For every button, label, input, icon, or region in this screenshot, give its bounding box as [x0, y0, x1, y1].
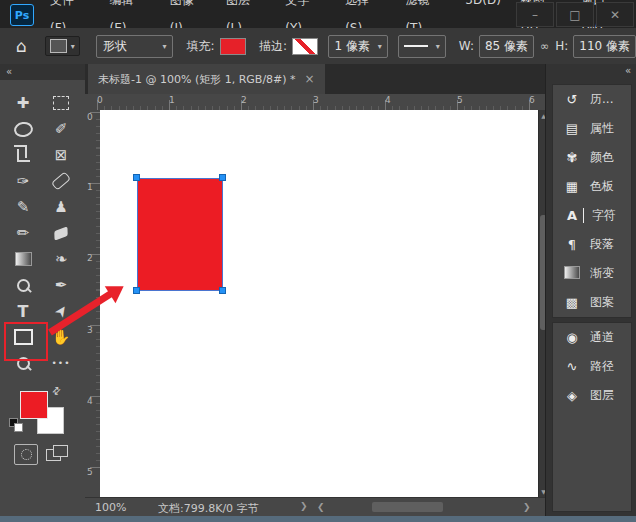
- history-brush-icon: ✏: [17, 224, 30, 242]
- solid-line-icon: [404, 45, 428, 47]
- shape-handle-top-right[interactable]: [219, 174, 226, 181]
- panel-item-channels[interactable]: ◉ 通道: [553, 323, 631, 352]
- collapse-panel-icon[interactable]: «: [625, 65, 631, 76]
- ruler-tick-label: 3: [87, 325, 93, 335]
- fill-label: 填充:: [186, 38, 214, 55]
- clone-stamp-icon: ♟: [54, 198, 67, 216]
- screen-mode-icon: [53, 445, 68, 457]
- swatches-icon: ▦: [562, 179, 582, 194]
- type-tool[interactable]: T: [4, 298, 42, 324]
- gradient-panel-icon: [564, 266, 580, 279]
- collapse-toolbar-icon[interactable]: «: [6, 66, 12, 77]
- quick-mask-button[interactable]: [14, 444, 38, 465]
- photoshop-app-icon: Ps: [10, 4, 34, 26]
- photoshop-window: { "window": { "app_icon": "Ps", "menu": …: [0, 0, 636, 522]
- eyedropper-tool[interactable]: ✑: [4, 168, 42, 194]
- shape-width-input[interactable]: 85 像素: [479, 35, 534, 58]
- shape-height-input[interactable]: 110 像素: [573, 35, 636, 58]
- smudge-tool[interactable]: ❧: [42, 246, 80, 272]
- panel-item-swatches[interactable]: ▦ 色板: [553, 172, 631, 201]
- panel-item-history[interactable]: ↺ 历...: [553, 85, 631, 114]
- document-tab[interactable]: 未标题-1 @ 100% (矩形 1, RGB/8#) * ×: [88, 64, 325, 94]
- close-tab-icon[interactable]: ×: [305, 72, 315, 86]
- type-icon: T: [18, 302, 29, 321]
- dodge-tool[interactable]: [4, 272, 42, 298]
- history-brush-tool[interactable]: ✏: [4, 220, 42, 246]
- scroll-right-icon[interactable]: ❯: [523, 502, 531, 512]
- close-button[interactable]: ✕: [596, 2, 634, 27]
- quick-mask-icon: [21, 449, 32, 460]
- panel-item-label: 渐变: [590, 265, 614, 282]
- minimize-button[interactable]: –: [516, 2, 554, 27]
- brush-tool[interactable]: ✎: [4, 194, 42, 220]
- default-colors-icon[interactable]: [9, 418, 23, 432]
- lasso-icon: [13, 120, 34, 137]
- red-rectangle-shape[interactable]: [137, 178, 223, 291]
- right-panel: « ↺ 历... ▤ 属性 ✾ 颜色 ▦ 色板 A 字符 ¶ 段落 渐变: [545, 64, 636, 516]
- gradient-tool[interactable]: [4, 246, 42, 272]
- pen-tool[interactable]: ✒: [42, 272, 80, 298]
- window-controls: – □ ✕: [514, 2, 634, 27]
- ruler-tick-label: 6: [529, 95, 535, 105]
- panel-item-properties[interactable]: ▤ 属性: [553, 114, 631, 143]
- chevron-down-icon: ▾: [378, 42, 382, 51]
- shape-width-value: 85 像素: [485, 38, 528, 55]
- lasso-tool[interactable]: [4, 116, 42, 142]
- stroke-color-swatch[interactable]: [292, 38, 318, 55]
- ruler-tick-label: 4: [385, 95, 391, 105]
- panel-item-color[interactable]: ✾ 颜色: [553, 143, 631, 172]
- character-icon: A: [562, 208, 584, 223]
- shape-mode-select[interactable]: 形状 ▾: [96, 35, 174, 58]
- maximize-button[interactable]: □: [556, 2, 594, 27]
- quick-select-tool[interactable]: ✐: [42, 116, 80, 142]
- ruler-tick-label: 2: [87, 253, 93, 263]
- scroll-left-icon[interactable]: ❮: [317, 502, 325, 512]
- panel-item-layers[interactable]: ◈ 图层: [553, 381, 631, 410]
- ruler-tick-label: 0: [97, 95, 103, 105]
- stroke-style-select[interactable]: ▾: [398, 35, 446, 58]
- status-bar: 100% 文档:799.8K/0 字节 ❯ ❮ ❯: [85, 497, 545, 517]
- pen-icon: ✒: [55, 276, 68, 294]
- crop-tool[interactable]: [4, 142, 42, 168]
- shape-handle-bottom-right[interactable]: [219, 287, 226, 294]
- stroke-width-select[interactable]: 1 像素 ▾: [328, 35, 387, 58]
- move-tool[interactable]: ✚: [4, 90, 42, 116]
- paragraph-icon: ¶: [562, 237, 582, 252]
- marquee-tool[interactable]: [42, 90, 80, 116]
- healing-brush-tool[interactable]: [42, 168, 80, 194]
- status-options-icon[interactable]: ❯: [300, 501, 308, 511]
- dodge-icon: [17, 279, 30, 292]
- panel-group-1: ↺ 历... ▤ 属性 ✾ 颜色 ▦ 色板 A 字符 ¶ 段落 渐变 ▩ 图案: [552, 84, 632, 318]
- fill-color-swatch[interactable]: [220, 38, 246, 55]
- eraser-tool[interactable]: [42, 220, 80, 246]
- options-bar: ⌂ ▾ 形状 ▾ 填充: 描边: 1 像素 ▾ ▾ W: 85 像素 ∞ H: …: [0, 28, 636, 65]
- foreground-color-swatch[interactable]: [20, 391, 48, 419]
- tool-preset-dropdown[interactable]: ▾: [45, 36, 80, 56]
- horizontal-scrollbar-thumb[interactable]: [372, 502, 443, 512]
- rectangle-tool-highlight: [4, 322, 48, 361]
- smudge-icon: ❧: [55, 250, 68, 268]
- canvas[interactable]: [100, 110, 538, 497]
- frame-tool[interactable]: ⊠: [42, 142, 80, 168]
- panel-item-character[interactable]: A 字符: [553, 201, 631, 230]
- screen-mode-button[interactable]: [46, 445, 68, 463]
- properties-icon: ▤: [562, 121, 582, 136]
- zoom-level[interactable]: 100%: [95, 501, 126, 514]
- panel-item-paragraph[interactable]: ¶ 段落: [553, 230, 631, 259]
- panel-item-pattern[interactable]: ▩ 图案: [553, 288, 631, 317]
- panel-item-paths[interactable]: ∿ 路径: [553, 352, 631, 381]
- stroke-width-value: 1 像素: [334, 38, 369, 55]
- clone-stamp-tool[interactable]: ♟: [42, 194, 80, 220]
- marquee-icon: [53, 96, 69, 110]
- swap-colors-icon[interactable]: ⇄: [49, 384, 63, 398]
- quick-select-icon: ✐: [55, 120, 68, 138]
- home-icon[interactable]: ⌂: [16, 36, 27, 56]
- ruler-tick-label: 4: [87, 396, 93, 406]
- shape-handle-bottom-left[interactable]: [133, 287, 140, 294]
- panel-item-gradient[interactable]: 渐变: [553, 259, 631, 288]
- panel-group-2: ◉ 通道 ∿ 路径 ◈ 图层: [552, 322, 632, 512]
- shape-handle-top-left[interactable]: [133, 174, 140, 181]
- rectangle-tool-preset-icon: [50, 39, 67, 53]
- chevron-down-icon: ▾: [71, 42, 75, 51]
- link-dimensions-icon[interactable]: ∞: [540, 40, 549, 53]
